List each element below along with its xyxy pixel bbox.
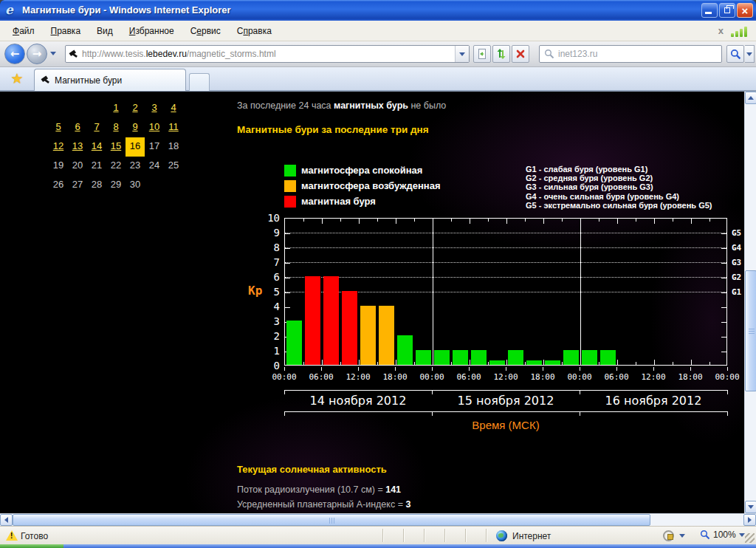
- kp-bar-14-00:00: [323, 276, 339, 365]
- calendar-day-2[interactable]: 2: [126, 99, 145, 118]
- calendar-day-3[interactable]: 3: [145, 99, 164, 118]
- vertical-scroll-thumb[interactable]: [745, 270, 756, 391]
- horizontal-scrollbar[interactable]: [0, 513, 756, 526]
- scroll-left-button[interactable]: [0, 514, 13, 526]
- calendar-day-4[interactable]: 4: [164, 99, 183, 118]
- right-tick: [721, 248, 726, 249]
- menu-файл[interactable]: Файл: [4, 23, 43, 39]
- calendar-day-8[interactable]: 8: [106, 118, 126, 137]
- top-tick: [488, 219, 489, 222]
- arrow-up-icon: [748, 96, 754, 100]
- y-tick-0: 0: [250, 360, 280, 371]
- x-outer-tick: [284, 367, 285, 371]
- vertical-scrollbar[interactable]: [744, 92, 756, 513]
- storm-level-line: G4 - очень сильная буря (уровень G4): [526, 192, 712, 201]
- search-dropdown-button[interactable]: [745, 45, 755, 63]
- x-tick-9: 06:00: [600, 372, 633, 382]
- calendar-day-29: 29: [106, 176, 126, 195]
- search-button[interactable]: [726, 45, 744, 63]
- right-tick: [721, 233, 726, 234]
- tab-title: Магнитные бури: [55, 75, 122, 86]
- forward-button[interactable]: →: [27, 44, 47, 64]
- calendar-day-6[interactable]: 6: [68, 118, 87, 137]
- legend-item: магнитосфера возбужденная: [284, 178, 441, 193]
- signal-bars-icon[interactable]: [731, 25, 747, 37]
- bottom-tick: [691, 360, 692, 365]
- restore-button[interactable]: [719, 3, 735, 18]
- background-glow: [185, 394, 428, 513]
- protected-mode-icon[interactable]: [663, 530, 674, 541]
- calendar-day-14[interactable]: 14: [87, 137, 106, 157]
- kp-bar-14-00:00: [305, 276, 320, 365]
- menu-bar: ФайлПравкаВидИзбранноеСервисСправка x: [0, 21, 756, 41]
- resize-grip[interactable]: [745, 533, 755, 543]
- x-outer-tick: [321, 367, 322, 371]
- zoom-icon: [700, 530, 710, 540]
- calendar-day-11[interactable]: 11: [164, 118, 183, 137]
- calendar-day-28: 28: [87, 176, 106, 195]
- a-index-line: Усредненный планетарный А-индекс = 3: [237, 499, 410, 510]
- tab-magnetic-storms[interactable]: Магнитные бури: [34, 69, 186, 91]
- x-outer-tick: [469, 367, 470, 371]
- refresh-icon: [495, 48, 507, 60]
- calendar-row: 1234: [49, 99, 183, 118]
- menu-вид[interactable]: Вид: [89, 23, 121, 39]
- calendar-day-13[interactable]: 13: [68, 137, 87, 157]
- new-tab-button[interactable]: [189, 73, 210, 91]
- refresh-button[interactable]: [492, 45, 510, 63]
- status-separator: [403, 529, 405, 542]
- calendar-day-9[interactable]: 9: [126, 118, 145, 137]
- calendar-day-23: 23: [126, 157, 145, 176]
- scroll-right-button[interactable]: [743, 514, 756, 526]
- calendar-day-1[interactable]: 1: [106, 99, 126, 118]
- bottom-tick: [709, 362, 710, 365]
- x-tick-7: 18:00: [526, 372, 559, 382]
- address-dropdown-button[interactable]: [455, 46, 469, 62]
- horizontal-scroll-thumb[interactable]: [13, 514, 650, 526]
- x-tick-12: 00:00: [711, 372, 743, 382]
- search-input[interactable]: inet123.ru: [539, 45, 722, 63]
- calendar-day-7[interactable]: 7: [87, 118, 106, 137]
- warning-icon[interactable]: [6, 530, 18, 541]
- calendar: 1234567891011121314151617181920212223242…: [49, 99, 183, 195]
- x-tick-4: 00:00: [416, 372, 448, 382]
- bottom-tick: [451, 362, 452, 365]
- zoom-control[interactable]: 100%: [700, 530, 745, 540]
- minimize-button[interactable]: [701, 3, 718, 18]
- calendar-day-27: 27: [68, 176, 87, 195]
- tab-favicon: [41, 75, 50, 85]
- bottom-tick: [673, 362, 673, 365]
- y-tick-5: 5: [250, 286, 280, 298]
- top-tick: [525, 219, 526, 222]
- bottom-tick: [617, 360, 618, 365]
- bottom-tick: [433, 360, 433, 365]
- menu-close-icon[interactable]: x: [718, 25, 724, 36]
- calendar-day-15[interactable]: 15: [106, 137, 126, 157]
- y-tick-9: 9: [250, 227, 280, 239]
- calendar-day-5[interactable]: 5: [49, 118, 68, 137]
- favorites-star-button[interactable]: ★: [3, 69, 31, 89]
- address-input[interactable]: http://www.tesis.lebedev.ru/magnetic_sto…: [65, 45, 470, 63]
- arrow-down-icon: [748, 505, 754, 509]
- back-button[interactable]: ←: [4, 44, 25, 64]
- left-tick: [285, 307, 290, 308]
- x-outer-tick: [358, 367, 359, 371]
- chevron-down-icon[interactable]: [679, 534, 685, 538]
- calendar-day-12[interactable]: 12: [49, 137, 68, 157]
- menu-правка[interactable]: Правка: [43, 23, 89, 39]
- kp-bar-16-00:00: [582, 350, 597, 365]
- bottom-tick: [599, 362, 599, 365]
- calendar-day-16[interactable]: 16: [126, 137, 145, 157]
- stop-button[interactable]: [512, 45, 529, 63]
- scroll-up-button[interactable]: [745, 92, 756, 104]
- y-tick-3: 3: [250, 315, 280, 327]
- page-button[interactable]: [473, 45, 491, 63]
- recent-pages-dropdown[interactable]: [50, 52, 56, 55]
- scroll-down-button[interactable]: [745, 501, 756, 513]
- menu-справка[interactable]: Справка: [229, 23, 280, 39]
- close-button[interactable]: ×: [737, 3, 753, 18]
- calendar-day-10[interactable]: 10: [145, 118, 164, 137]
- x-outer-tick: [432, 367, 433, 371]
- menu-избранное[interactable]: Избранное: [121, 23, 182, 39]
- menu-сервис[interactable]: Сервис: [182, 23, 229, 39]
